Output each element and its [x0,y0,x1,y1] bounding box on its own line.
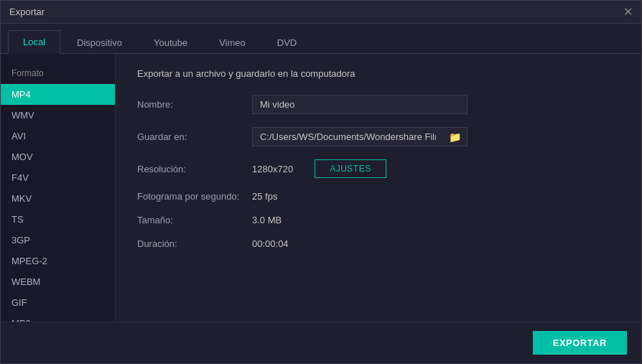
duracion-label: Duración: [137,238,252,249]
export-window: Exportar ✕ Local Dispositivo Youtube Vim… [0,0,642,364]
nombre-row: Nombre: [137,95,620,114]
sidebar: Formato MP4 WMV AVI MOV F4V MKV TS [1,54,116,322]
window-title: Exportar [9,6,45,17]
resolution-row: 1280x720 AJUSTES [252,159,386,178]
fotograma-label: Fotograma por segundo: [137,191,252,202]
tamano-value: 3.0 MB [252,215,282,225]
nombre-input[interactable] [252,95,467,114]
panel-title: Exportar a un archivo y guardarlo en la … [137,68,620,79]
tab-dvd[interactable]: DVD [262,31,312,54]
sidebar-item-mp3[interactable]: MP3 [1,313,115,322]
tamano-row: Tamaño: 3.0 MB [137,215,620,225]
fotograma-row: Fotograma por segundo: 25 fps [137,191,620,202]
duracion-row: Duración: 00:00:04 [137,238,620,249]
nombre-label: Nombre: [137,99,252,110]
main-panel: Exportar a un archivo y guardarlo en la … [116,54,641,322]
resolucion-value: 1280x720 [252,164,293,174]
sidebar-item-mpeg2[interactable]: MPEG-2 [1,251,115,271]
footer: EXPORTAR [1,322,641,363]
sidebar-item-webm[interactable]: WEBM [1,271,115,292]
sidebar-item-mkv[interactable]: MKV [1,188,115,209]
sidebar-section-title: Formato [1,65,115,84]
sidebar-item-3gp[interactable]: 3GP [1,230,115,251]
export-button[interactable]: EXPORTAR [533,331,627,355]
close-button[interactable]: ✕ [623,6,633,18]
sidebar-item-ts[interactable]: TS [1,209,115,230]
resolucion-row: Resolución: 1280x720 AJUSTES [137,159,620,178]
fotograma-value: 25 fps [252,191,277,202]
title-bar: Exportar ✕ [1,1,641,24]
sidebar-item-mp4[interactable]: MP4 [1,84,115,105]
ajustes-button[interactable]: AJUSTES [315,159,386,178]
tab-dispositivo[interactable]: Dispositivo [62,31,137,54]
sidebar-item-wmv[interactable]: WMV [1,105,115,126]
guardar-input[interactable] [253,128,443,146]
sidebar-item-avi[interactable]: AVI [1,126,115,146]
guardar-row: Guardar en: 📁 [137,127,620,146]
sidebar-item-mov[interactable]: MOV [1,146,115,167]
tab-youtube[interactable]: Youtube [139,31,203,54]
folder-browse-button[interactable]: 📁 [443,129,467,146]
path-input-wrap: 📁 [252,127,467,146]
tab-vimeo[interactable]: Vimeo [204,31,261,54]
duracion-value: 00:00:04 [252,238,289,249]
tab-local[interactable]: Local [8,30,60,54]
content-area: Formato MP4 WMV AVI MOV F4V MKV TS [1,54,641,322]
tabs-bar: Local Dispositivo Youtube Vimeo DVD [1,24,641,54]
sidebar-item-f4v[interactable]: F4V [1,167,115,188]
resolucion-label: Resolución: [137,164,252,174]
tamano-label: Tamaño: [137,215,252,225]
guardar-label: Guardar en: [137,131,252,142]
sidebar-item-gif[interactable]: GIF [1,292,115,313]
